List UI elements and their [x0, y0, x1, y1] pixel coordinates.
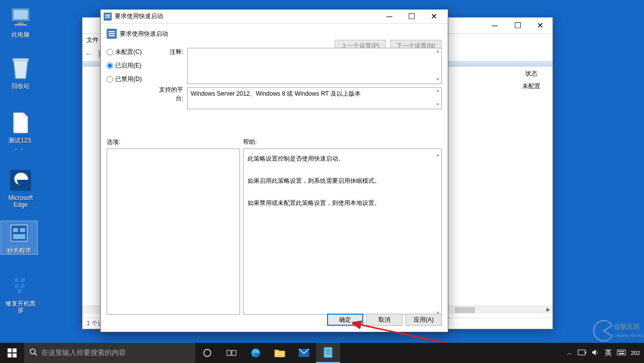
svg-text:创新互联: 创新互联	[613, 323, 640, 330]
dialog-titlebar: 要求使用快速启动 ─ ☐ ✕	[101, 10, 448, 24]
scroll-down-icon[interactable]: ▾	[434, 77, 441, 84]
svg-rect-47	[619, 353, 624, 354]
svg-rect-10	[15, 278, 19, 282]
start-button[interactable]	[0, 343, 24, 363]
desktop-label: 修复开机黑屏	[2, 300, 39, 314]
comment-field[interactable]: ▴▾	[187, 48, 442, 84]
svg-rect-21	[109, 35, 115, 36]
label-comment: 注释:	[152, 48, 183, 56]
svg-rect-19	[109, 31, 115, 32]
bg-minimize[interactable]: ─	[484, 18, 506, 33]
desktop-label: 回收站	[2, 83, 39, 90]
tray-ime[interactable]: 英	[605, 348, 612, 357]
options-box	[107, 149, 240, 315]
desktop-icon-this-pc[interactable]: 此电脑	[2, 5, 39, 38]
taskbar-edge[interactable]	[244, 343, 268, 363]
recycle-icon	[9, 56, 33, 81]
platform-field: Windows Server 2012、Windows 8 或 Windows …	[187, 87, 442, 109]
taskbar-mail[interactable]	[292, 343, 316, 363]
help-box: 此策略设置控制是否使用快速启动。 如果启用此策略设置，则系统需要启用休眠模式。 …	[243, 149, 442, 315]
bg-close[interactable]: ✕	[529, 18, 551, 33]
tray-volume-icon[interactable]	[592, 349, 600, 357]
back-arrow-icon[interactable]: ←	[86, 50, 93, 58]
svg-rect-42	[617, 350, 625, 355]
taskbar-notepad[interactable]	[316, 343, 340, 363]
taskbar-explorer[interactable]	[268, 343, 292, 363]
svg-rect-44	[620, 351, 621, 352]
label-platform: 支持的平台:	[152, 86, 183, 103]
tray-time[interactable]: 202	[631, 350, 640, 356]
apply-button[interactable]: 应用(A)	[406, 314, 442, 326]
svg-point-29	[30, 349, 35, 354]
svg-rect-26	[13, 348, 17, 352]
svg-rect-40	[578, 350, 585, 355]
scroll-up-icon[interactable]: ▴	[434, 149, 441, 156]
svg-rect-2	[18, 22, 24, 24]
svg-rect-13	[21, 284, 25, 288]
svg-text:CHUANG XIN HULIAN: CHUANG XIN HULIAN	[614, 334, 644, 337]
col-status: 状态	[516, 69, 546, 78]
desktop-label: 此电脑	[2, 31, 39, 38]
val-status: 未配置	[516, 82, 546, 91]
svg-rect-11	[21, 278, 25, 282]
svg-rect-20	[109, 33, 115, 34]
policy-icon	[104, 13, 112, 21]
taskbar: 在这里输入你要搜索的内容 ︿ 英 202	[0, 343, 644, 363]
svg-line-30	[35, 353, 37, 355]
dialog-close[interactable]: ✕	[423, 10, 445, 23]
svg-rect-45	[621, 351, 622, 352]
search-icon	[29, 348, 37, 358]
taskbar-taskview[interactable]	[219, 343, 244, 363]
scroll-down-icon[interactable]: ▾	[434, 307, 441, 314]
svg-rect-12	[15, 284, 19, 288]
desktop-label: MicrosoftEdge	[2, 194, 39, 208]
svg-point-31	[204, 349, 211, 356]
policy-subtitle-icon	[107, 29, 117, 39]
radio-enabled[interactable]: 已启用(E)	[107, 61, 152, 70]
fix-icon	[9, 274, 33, 298]
svg-rect-32	[227, 350, 231, 355]
svg-rect-33	[232, 350, 236, 355]
taskbar-cortana[interactable]	[195, 343, 219, 363]
scrollbar-thumb[interactable]	[455, 307, 475, 313]
policy-dialog: 要求使用快速启动 ─ ☐ ✕ 要求使用快速启动 上一个设置(P) 下一个设置(N…	[100, 9, 448, 332]
file-icon	[9, 111, 33, 135]
svg-rect-16	[105, 15, 110, 16]
edge-icon	[9, 168, 33, 192]
svg-rect-8	[20, 228, 25, 232]
ok-button[interactable]: 确定	[327, 314, 363, 326]
svg-rect-3	[15, 24, 27, 26]
desktop-icon-edge[interactable]: MicrosoftEdge	[2, 168, 39, 208]
desktop-label: 秒关程序	[1, 247, 37, 254]
dialog-minimize[interactable]: ─	[378, 10, 400, 23]
search-placeholder: 在这里输入你要搜索的内容	[41, 348, 126, 357]
scroll-up-icon[interactable]: ▴	[434, 48, 441, 55]
desktop-icon-testfile[interactable]: 测试123.。。	[2, 111, 39, 151]
svg-rect-43	[618, 351, 619, 352]
cancel-button[interactable]: 取消	[366, 314, 403, 326]
dialog-title: 要求使用快速启动	[115, 12, 378, 21]
desktop-icon-second-close[interactable]: 秒关程序	[1, 221, 38, 255]
taskbar-search[interactable]: 在这里输入你要搜索的内容	[24, 343, 195, 363]
radio-unconfigured[interactable]: 未配置(C)	[107, 48, 152, 56]
radio-disabled[interactable]: 已禁用(D)	[107, 75, 152, 84]
bg-maximize[interactable]: ☐	[506, 18, 529, 33]
label-help: 帮助:	[243, 138, 442, 147]
dialog-maximize[interactable]: ☐	[400, 10, 423, 23]
scroll-down-icon[interactable]: ▾	[434, 102, 441, 109]
tray-battery-icon[interactable]	[578, 349, 587, 356]
pc-icon	[9, 5, 33, 29]
desktop-label: 测试123.。。	[2, 137, 39, 151]
tray-keyboard-icon[interactable]	[617, 349, 626, 356]
svg-rect-4	[13, 58, 29, 61]
svg-rect-14	[18, 289, 22, 293]
svg-rect-1	[14, 10, 28, 19]
scroll-right-icon[interactable]: ▶	[546, 307, 550, 312]
tray-chevron-icon[interactable]: ︿	[567, 349, 573, 357]
svg-rect-17	[105, 17, 110, 18]
svg-rect-27	[8, 353, 12, 357]
desktop-icon-fix-boot[interactable]: 修复开机黑屏	[2, 274, 39, 314]
desktop-icon-recycle[interactable]: 回收站	[2, 56, 39, 90]
scroll-up-icon[interactable]: ▴	[434, 88, 441, 95]
svg-rect-36	[324, 347, 332, 357]
